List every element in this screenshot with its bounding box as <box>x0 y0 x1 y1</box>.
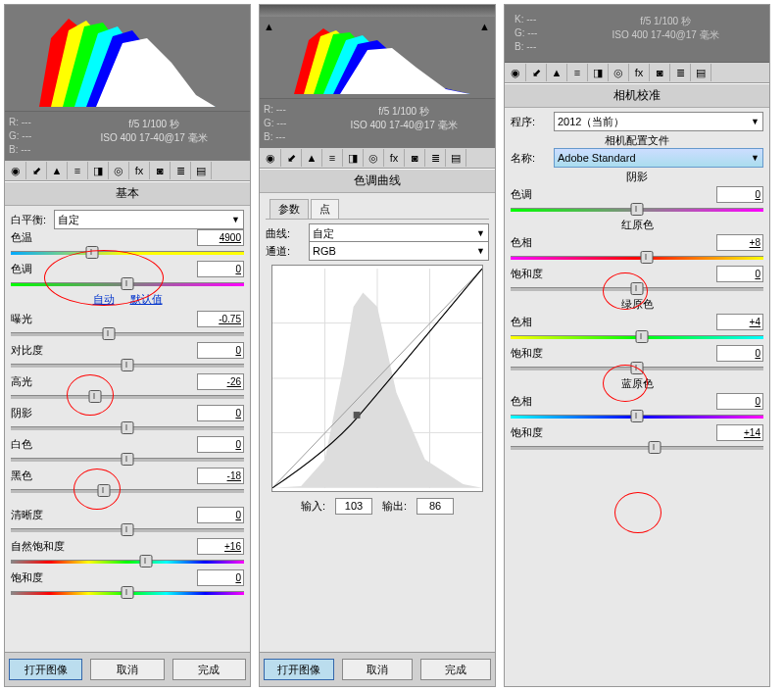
fx-icon[interactable]: fx <box>129 162 150 179</box>
aperture-icon[interactable]: ◉ <box>261 149 281 167</box>
aperture-icon[interactable]: ◉ <box>506 64 526 81</box>
red-hue-slider[interactable] <box>511 252 763 262</box>
snapshot-icon[interactable]: ▤ <box>446 149 466 167</box>
lens-icon[interactable]: ◎ <box>364 149 384 167</box>
svg-marker-18 <box>272 292 482 487</box>
exposure-slider[interactable] <box>11 328 244 338</box>
red-sat-slider[interactable] <box>511 283 763 293</box>
green-hue-slider[interactable] <box>511 331 763 341</box>
highlight-clip-icon[interactable]: ▲ <box>479 21 491 94</box>
clarity-value[interactable]: 0 <box>197 507 244 523</box>
temp-slider[interactable] <box>11 247 244 257</box>
profile-select[interactable]: Adobe Standard▼ <box>554 148 763 168</box>
input-value[interactable]: 103 <box>335 498 372 515</box>
camera-icon[interactable]: ◙ <box>150 162 171 179</box>
red-sat-value[interactable]: 0 <box>716 266 763 282</box>
vibrance-slider[interactable] <box>11 556 244 566</box>
wb-label: 白平衡: <box>11 213 54 227</box>
shadow-tint-label: 色调 <box>511 187 554 202</box>
profile-heading: 相机配置文件 <box>511 133 763 148</box>
split-icon[interactable]: ◨ <box>88 162 109 179</box>
detail-icon[interactable]: ▲ <box>302 149 322 167</box>
split-icon[interactable]: ◨ <box>588 64 609 81</box>
open-image-button[interactable]: 打开图像 <box>9 659 82 680</box>
hsl-icon[interactable]: ≡ <box>567 64 588 81</box>
whites-value[interactable]: 0 <box>197 436 244 453</box>
detail-icon[interactable]: ▲ <box>547 64 567 81</box>
auto-link[interactable]: 自动 <box>93 293 115 305</box>
cancel-button[interactable]: 取消 <box>90 659 164 680</box>
shadow-tint-slider[interactable] <box>511 204 763 214</box>
lens-icon[interactable]: ◎ <box>109 162 129 179</box>
aperture-icon[interactable]: ◉ <box>6 162 26 179</box>
preset-icon[interactable]: ≣ <box>425 149 446 167</box>
channel-select[interactable]: RGB▼ <box>309 241 489 261</box>
green-sat-value[interactable]: 0 <box>716 345 763 362</box>
saturation-slider[interactable] <box>11 587 244 597</box>
icon-tabs-3[interactable]: ◉⬋▲≡◨◎fx◙≣▤ <box>505 63 769 83</box>
process-select[interactable]: 2012（当前）▼ <box>554 112 763 131</box>
icon-tabs-2[interactable]: ◉⬋▲≡◨◎fx◙≣▤ <box>260 148 495 169</box>
saturation-value[interactable]: 0 <box>197 569 244 586</box>
snapshot-icon[interactable]: ▤ <box>691 64 711 81</box>
blue-hue-value[interactable]: 0 <box>716 393 763 410</box>
blacks-value[interactable]: -18 <box>197 468 244 484</box>
snapshot-icon[interactable]: ▤ <box>191 162 212 179</box>
red-hue-value[interactable]: +8 <box>716 234 763 251</box>
preset-icon[interactable]: ≣ <box>670 64 691 81</box>
preset-icon[interactable]: ≣ <box>171 162 191 179</box>
curve-icon[interactable]: ⬋ <box>26 162 47 179</box>
clarity-slider[interactable] <box>11 524 244 534</box>
blue-sat-label: 饱和度 <box>511 425 554 440</box>
hsl-icon[interactable]: ≡ <box>68 162 88 179</box>
blue-hue-label: 色相 <box>511 394 554 409</box>
tonecurve-panel: ▲ ▲ R: ---G: ---B: --- f/5 1/100 秒ISO 40… <box>259 4 496 687</box>
camera-icon[interactable]: ◙ <box>405 149 425 167</box>
contrast-value[interactable]: 0 <box>197 342 244 359</box>
fx-icon[interactable]: fx <box>629 64 650 81</box>
curve-label: 曲线: <box>266 226 309 241</box>
fx-icon[interactable]: fx <box>384 149 405 167</box>
exposure-value[interactable]: -0.75 <box>197 311 244 327</box>
highlights-slider[interactable] <box>11 391 244 401</box>
window-top-strip <box>260 5 495 17</box>
done-button-2[interactable]: 完成 <box>420 659 491 680</box>
icon-tabs-1[interactable]: ◉ ⬋ ▲ ≡ ◨ ◎ fx ◙ ≣ ▤ <box>5 161 250 181</box>
hsl-icon[interactable]: ≡ <box>322 149 343 167</box>
whites-slider[interactable] <box>11 454 244 464</box>
done-button[interactable]: 完成 <box>172 659 246 680</box>
tab-point[interactable]: 点 <box>311 199 339 219</box>
tint-slider[interactable] <box>11 278 244 288</box>
open-image-button-2[interactable]: 打开图像 <box>264 659 334 680</box>
shadows-value[interactable]: 0 <box>197 405 244 421</box>
blue-sat-slider[interactable] <box>511 442 763 452</box>
vibrance-value[interactable]: +16 <box>197 538 244 555</box>
temp-value[interactable]: 4900 <box>197 229 244 246</box>
tint-value[interactable]: 0 <box>197 261 244 277</box>
highlights-value[interactable]: -26 <box>197 373 244 390</box>
contrast-slider[interactable] <box>11 360 244 370</box>
curve-icon[interactable]: ⬋ <box>526 64 547 81</box>
blacks-label: 黑色 <box>11 469 54 483</box>
curve-select[interactable]: 自定▼ <box>309 223 489 243</box>
lens-icon[interactable]: ◎ <box>609 64 629 81</box>
default-link[interactable]: 默认值 <box>130 293 163 305</box>
tint-label: 色调 <box>11 262 54 276</box>
shadow-clip-icon[interactable]: ▲ <box>264 21 275 94</box>
output-value[interactable]: 86 <box>416 498 454 515</box>
curve-editor[interactable] <box>271 265 483 492</box>
cancel-button-2[interactable]: 取消 <box>342 659 413 680</box>
blue-sat-value[interactable]: +14 <box>716 424 763 441</box>
blacks-slider[interactable] <box>11 485 244 495</box>
green-hue-value[interactable]: +4 <box>716 314 763 330</box>
camera-icon[interactable]: ◙ <box>650 64 670 81</box>
tab-param[interactable]: 参数 <box>270 199 309 219</box>
shadow-tint-value[interactable]: 0 <box>716 186 763 203</box>
detail-icon[interactable]: ▲ <box>47 162 68 179</box>
wb-select[interactable]: 自定▼ <box>54 210 244 229</box>
shadows-slider[interactable] <box>11 422 244 432</box>
green-sat-slider[interactable] <box>511 363 763 372</box>
blue-hue-slider[interactable] <box>511 411 763 420</box>
split-icon[interactable]: ◨ <box>343 149 364 167</box>
curve-icon[interactable]: ⬋ <box>281 149 302 167</box>
